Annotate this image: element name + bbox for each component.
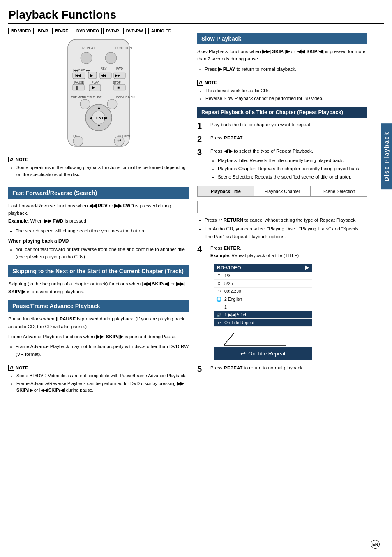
fast-forward-header: Fast Forward/Reverse (Search) [8, 187, 189, 199]
svg-text:STOP: STOP [113, 81, 121, 84]
slow-playback-note: 🗒 NOTE This doesn't work for audio CDs. … [197, 77, 367, 102]
on-title-repeat-banner: ↩ On Title Repeat [214, 347, 312, 360]
bd-row-audio: 🔊 1 ▶|◀ 5.1ch [214, 311, 312, 319]
pause-note-item-1: Some BD/DVD Video discs are not compatib… [16, 372, 189, 379]
slow-note-item-2: Reverse Slow Playback cannot be performe… [205, 95, 367, 102]
fast-forward-bullets: The search speed will change each time y… [8, 227, 189, 234]
bd-lang-value: 2 English [224, 297, 242, 302]
pause-bullet-1: Frame Advance Playback may not function … [16, 343, 189, 358]
step-3-bullet-1: Playback Title: Repeats the title curren… [218, 157, 367, 164]
svg-point-3 [81, 52, 92, 64]
note-main: 🗒 NOTE Some operations in the following … [8, 154, 189, 178]
step-4-num: 4 [197, 244, 207, 254]
bd-audio-value: 1 ▶|◀ 5.1ch [224, 312, 247, 317]
badge-bd-r: BD-R [35, 28, 51, 34]
step-1-content: Play back the title or chapter you want … [210, 121, 367, 128]
bd-row-title: T 1/3 [214, 272, 312, 280]
bd-time-icon: ⏱ [216, 288, 222, 294]
fast-forward-body: Fast Forward/Reverse functions when ◀◀ R… [8, 202, 189, 225]
bd-header: BD-VIDEO [214, 264, 312, 272]
on-title-repeat-text: On Title Repeat [248, 350, 285, 357]
svg-point-4 [105, 52, 117, 64]
playback-selector[interactable]: Playback Title Playback Chapter Scene Se… [197, 186, 367, 197]
bd-title-value: 1/3 [224, 273, 231, 278]
badge-dvd-r: DVD-R [103, 28, 122, 34]
step-3-bullets: Playback Title: Repeats the title curren… [210, 157, 367, 181]
badge-bd-re: BD-RE [52, 28, 71, 34]
skipping-header: Skipping to the Next or the Start of the… [8, 265, 189, 277]
bd-repeat-icon: ↩ [216, 320, 222, 325]
fast-forward-bullet-1: The search speed will change each time y… [16, 227, 189, 234]
bd-play-icon [305, 265, 309, 270]
svg-text:PLAY: PLAY [92, 81, 99, 84]
skipping-body: Skipping (to the beginning of a chapter … [8, 280, 189, 295]
step-2-num: 2 [197, 134, 207, 144]
svg-text:POP-UP MENU: POP-UP MENU [116, 96, 136, 99]
svg-text:FWD: FWD [116, 67, 123, 70]
svg-point-28 [107, 99, 117, 109]
bd-row-time: ⏱ 00:20:30 [214, 288, 312, 295]
page-title: Playback Functions [8, 8, 384, 24]
bd-time-value: 00:20:30 [224, 289, 241, 294]
bd-sub-icon: ≡ [216, 304, 222, 310]
svg-text:REV: REV [101, 67, 107, 70]
step-3-num: 3 [197, 147, 207, 157]
step-3: 3 Press ◀/▶ to select the type of Repeat… [197, 147, 367, 182]
svg-line-41 [224, 333, 234, 345]
step-1-num: 1 [197, 121, 207, 131]
svg-text:|▶: |▶ [90, 74, 93, 77]
slow-note-icon: 🗒 [197, 80, 203, 86]
step-3-content: Press ◀/▶ to select the type of Repeat P… [210, 147, 367, 182]
bd-lang-icon: 🌐 [216, 296, 222, 302]
bd-row-lang: 🌐 2 English [214, 295, 312, 303]
svg-text:REPEAT: REPEAT [82, 46, 95, 50]
svg-point-27 [80, 99, 90, 109]
note-main-list: Some operations in the following playbac… [8, 164, 189, 178]
bd-repeat-value: On Title Repeat [224, 320, 254, 325]
step-3-bullet-3: Scene Selection: Repeats the specified s… [218, 173, 367, 181]
bd-row-chapter: C 5/25 [214, 280, 312, 288]
bd-audio-icon: 🔊 [216, 312, 222, 318]
slow-note-list: This doesn't work for audio CDs. Reverse… [197, 87, 367, 102]
pause-note-item-2: Frame Advance/Reverse Playback can be pe… [16, 380, 189, 394]
pause-note-icon: 🗒 [8, 365, 14, 371]
svg-point-38 [73, 136, 83, 146]
svg-text:|◀◀: |◀◀ [75, 74, 81, 77]
svg-rect-19 [73, 84, 84, 91]
repeat-audio-cd-note: For Audio CD, you can select "Playing Di… [205, 225, 367, 240]
on-title-repeat-icon: ↩ [240, 350, 246, 357]
step-5-content: Press REPEAT to return to normal playbac… [210, 364, 367, 371]
pause-body1: Pause functions when || PAUSE is pressed… [8, 315, 189, 330]
svg-text:|◀◀ SKIP ▶▶|: |◀◀ SKIP ▶▶| [73, 69, 91, 72]
pause-bullets: Frame Advance Playback may not function … [8, 343, 189, 358]
selector-empty-row [197, 201, 367, 213]
repeat-steps: 1 Play back the title or chapter you wan… [197, 121, 367, 182]
slow-note-label: NOTE [205, 80, 217, 85]
svg-text:◀◀: ◀◀ [101, 74, 106, 77]
svg-text:▶▶: ▶▶ [115, 74, 120, 77]
pause-note-list: Some BD/DVD Video discs are not compatib… [8, 372, 189, 394]
format-badges: BD VIDEO BD-R BD-RE DVD VIDEO DVD-R DVD-… [8, 28, 189, 34]
bd-row-repeat: ↩ On Title Repeat [214, 319, 312, 327]
page-number: EN [371, 540, 380, 549]
selector-playback-title[interactable]: Playback Title [198, 186, 254, 196]
step-5: 5 Press REPEAT to return to normal playb… [197, 364, 367, 374]
svg-text:▶: ▶ [104, 116, 107, 120]
bd-sub-value: 1 [224, 304, 227, 309]
bd-title-icon: T [216, 273, 222, 278]
svg-text:■: ■ [117, 85, 120, 90]
pause-note: 🗒 NOTE Some BD/DVD Video discs are not c… [8, 362, 189, 394]
badge-dvd-rw: DVD-RW [123, 28, 146, 34]
step-1: 1 Play back the title or chapter you wan… [197, 121, 367, 131]
pause-body2: Frame Advance Playback functions when ▶▶… [8, 333, 189, 340]
slow-playback-bullet-1: Press ▶ PLAY to return to normal playbac… [205, 65, 367, 73]
slow-note-item-1: This doesn't work for audio CDs. [205, 87, 367, 94]
svg-text:||: || [76, 85, 78, 90]
selector-playback-chapter[interactable]: Playback Chapter [254, 186, 311, 196]
svg-text:▶: ▶ [92, 85, 95, 90]
svg-text:TOP MENU TITLE LIST: TOP MENU TITLE LIST [71, 96, 102, 99]
selector-scene-selection[interactable]: Scene Selection [311, 186, 367, 196]
step-4: 4 Press ENTER. Example: Repeat playback … [197, 244, 367, 260]
badge-dvd-video: DVD VIDEO [74, 28, 102, 34]
slow-playback-bullets: Press ▶ PLAY to return to normal playbac… [197, 65, 367, 73]
